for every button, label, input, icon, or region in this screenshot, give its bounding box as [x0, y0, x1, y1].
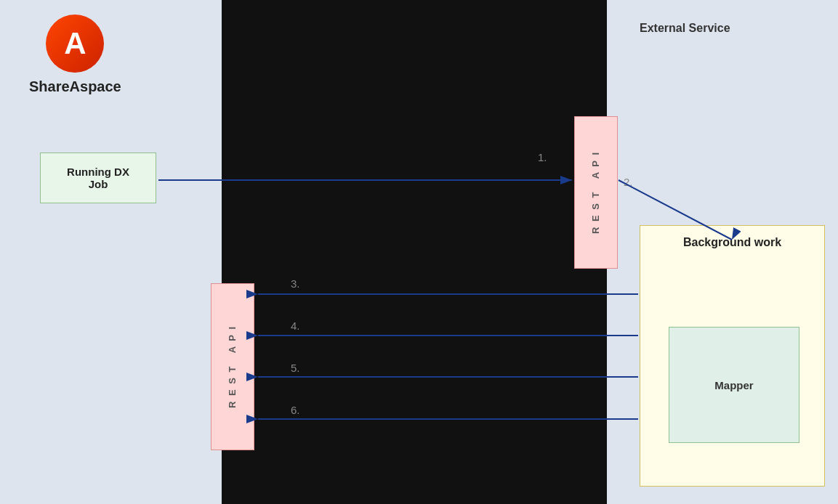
- arrow-label-6: 6.: [291, 404, 300, 416]
- rest-api-right-text: R E S T A P I: [590, 151, 603, 234]
- logo-text: ShareAspace: [29, 78, 121, 95]
- center-column: [222, 0, 607, 504]
- running-dx-box: Running DXJob: [40, 153, 156, 203]
- arrow-label-4: 4.: [291, 320, 300, 332]
- mapper-box: Mapper: [669, 327, 799, 443]
- arrow-label-1: 1.: [538, 151, 547, 163]
- external-service-label: External Service: [640, 22, 730, 35]
- arrow-label-2: 2.: [624, 176, 633, 188]
- logo-icon: [46, 15, 104, 73]
- running-dx-label: Running DXJob: [67, 166, 129, 190]
- rest-api-right-box: R E S T A P I: [574, 116, 618, 269]
- rest-api-left-text: R E S T A P I: [227, 325, 239, 408]
- rest-api-left-box: R E S T A P I: [211, 283, 254, 450]
- arrow-label-3: 3.: [291, 277, 300, 290]
- arrow-label-5: 5.: [291, 362, 300, 374]
- mapper-label: Mapper: [714, 379, 753, 391]
- logo-area: ShareAspace: [29, 15, 121, 95]
- background-work-title: Background work: [640, 226, 824, 256]
